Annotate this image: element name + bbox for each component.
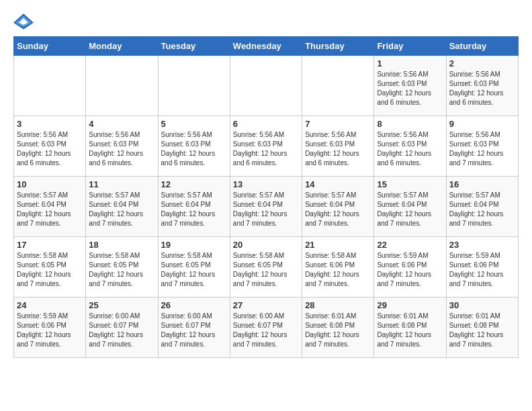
calendar-cell: 20Sunrise: 5:58 AM Sunset: 6:05 PM Dayli… bbox=[230, 237, 302, 298]
weekday-header-tuesday: Tuesday bbox=[158, 37, 230, 56]
day-info: Sunrise: 5:57 AM Sunset: 6:04 PM Dayligh… bbox=[17, 191, 83, 228]
day-number: 14 bbox=[305, 179, 371, 189]
day-info: Sunrise: 5:56 AM Sunset: 6:03 PM Dayligh… bbox=[377, 130, 443, 168]
day-number: 13 bbox=[233, 179, 299, 189]
day-info: Sunrise: 5:56 AM Sunset: 6:03 PM Dayligh… bbox=[449, 70, 515, 107]
day-info: Sunrise: 5:59 AM Sunset: 6:06 PM Dayligh… bbox=[377, 251, 443, 289]
calendar-cell bbox=[230, 56, 302, 116]
day-info: Sunrise: 5:57 AM Sunset: 6:04 PM Dayligh… bbox=[233, 191, 299, 228]
calendar-cell: 27Sunrise: 6:00 AM Sunset: 6:07 PM Dayli… bbox=[230, 298, 302, 358]
calendar-cell: 29Sunrise: 6:01 AM Sunset: 6:08 PM Dayli… bbox=[374, 298, 446, 358]
calendar-cell: 10Sunrise: 5:57 AM Sunset: 6:04 PM Dayli… bbox=[14, 177, 86, 237]
day-number: 4 bbox=[89, 119, 154, 129]
day-number: 19 bbox=[161, 240, 227, 250]
calendar-cell: 16Sunrise: 5:57 AM Sunset: 6:04 PM Dayli… bbox=[446, 177, 518, 237]
calendar-cell: 19Sunrise: 5:58 AM Sunset: 6:05 PM Dayli… bbox=[158, 237, 230, 298]
calendar-cell: 13Sunrise: 5:57 AM Sunset: 6:04 PM Dayli… bbox=[230, 177, 302, 237]
weekday-header-sunday: Sunday bbox=[14, 37, 86, 56]
day-number: 16 bbox=[449, 179, 515, 189]
day-info: Sunrise: 5:58 AM Sunset: 6:06 PM Dayligh… bbox=[305, 251, 371, 289]
day-info: Sunrise: 5:56 AM Sunset: 6:03 PM Dayligh… bbox=[17, 130, 83, 168]
day-number: 25 bbox=[89, 300, 154, 310]
calendar-cell: 7Sunrise: 5:56 AM Sunset: 6:03 PM Daylig… bbox=[302, 116, 374, 177]
weekday-header-friday: Friday bbox=[374, 37, 446, 56]
day-number: 15 bbox=[377, 179, 443, 189]
calendar-cell: 23Sunrise: 5:59 AM Sunset: 6:06 PM Dayli… bbox=[446, 237, 518, 298]
day-info: Sunrise: 5:59 AM Sunset: 6:06 PM Dayligh… bbox=[449, 251, 515, 289]
logo-icon bbox=[13, 13, 34, 30]
calendar-cell: 17Sunrise: 5:58 AM Sunset: 6:05 PM Dayli… bbox=[14, 237, 86, 298]
day-info: Sunrise: 5:56 AM Sunset: 6:03 PM Dayligh… bbox=[161, 130, 227, 168]
day-info: Sunrise: 5:57 AM Sunset: 6:04 PM Dayligh… bbox=[449, 191, 515, 228]
calendar-cell: 26Sunrise: 6:00 AM Sunset: 6:07 PM Dayli… bbox=[158, 298, 230, 358]
day-number: 21 bbox=[305, 240, 371, 250]
calendar-cell: 22Sunrise: 5:59 AM Sunset: 6:06 PM Dayli… bbox=[374, 237, 446, 298]
day-info: Sunrise: 6:00 AM Sunset: 6:07 PM Dayligh… bbox=[89, 312, 154, 349]
calendar-cell: 25Sunrise: 6:00 AM Sunset: 6:07 PM Dayli… bbox=[86, 298, 158, 358]
calendar-cell bbox=[86, 56, 158, 116]
day-info: Sunrise: 5:56 AM Sunset: 6:03 PM Dayligh… bbox=[305, 130, 371, 168]
day-number: 18 bbox=[89, 240, 154, 250]
weekday-header-monday: Monday bbox=[86, 37, 158, 56]
day-info: Sunrise: 5:57 AM Sunset: 6:04 PM Dayligh… bbox=[305, 191, 371, 228]
calendar-table: SundayMondayTuesdayWednesdayThursdayFrid… bbox=[13, 36, 519, 358]
day-info: Sunrise: 6:01 AM Sunset: 6:08 PM Dayligh… bbox=[305, 312, 371, 349]
day-info: Sunrise: 5:58 AM Sunset: 6:05 PM Dayligh… bbox=[17, 251, 83, 289]
calendar-cell bbox=[158, 56, 230, 116]
weekday-header-wednesday: Wednesday bbox=[230, 37, 302, 56]
page-header bbox=[13, 13, 519, 30]
day-number: 24 bbox=[17, 300, 83, 310]
day-number: 8 bbox=[377, 119, 443, 129]
day-info: Sunrise: 6:00 AM Sunset: 6:07 PM Dayligh… bbox=[161, 312, 227, 349]
calendar-cell: 14Sunrise: 5:57 AM Sunset: 6:04 PM Dayli… bbox=[302, 177, 374, 237]
day-number: 3 bbox=[17, 119, 83, 129]
day-info: Sunrise: 5:58 AM Sunset: 6:05 PM Dayligh… bbox=[89, 251, 154, 289]
calendar-week-row: 10Sunrise: 5:57 AM Sunset: 6:04 PM Dayli… bbox=[14, 177, 519, 237]
logo bbox=[13, 13, 36, 30]
calendar-cell: 24Sunrise: 5:59 AM Sunset: 6:06 PM Dayli… bbox=[14, 298, 86, 358]
day-number: 9 bbox=[449, 119, 515, 129]
day-number: 29 bbox=[377, 300, 443, 310]
day-info: Sunrise: 6:00 AM Sunset: 6:07 PM Dayligh… bbox=[233, 312, 299, 349]
calendar-cell bbox=[302, 56, 374, 116]
calendar-cell: 3Sunrise: 5:56 AM Sunset: 6:03 PM Daylig… bbox=[14, 116, 86, 177]
calendar-cell: 30Sunrise: 6:01 AM Sunset: 6:08 PM Dayli… bbox=[446, 298, 518, 358]
day-info: Sunrise: 5:56 AM Sunset: 6:03 PM Dayligh… bbox=[233, 130, 299, 168]
day-info: Sunrise: 5:56 AM Sunset: 6:03 PM Dayligh… bbox=[377, 70, 443, 107]
weekday-header-saturday: Saturday bbox=[446, 37, 518, 56]
calendar-cell: 4Sunrise: 5:56 AM Sunset: 6:03 PM Daylig… bbox=[86, 116, 158, 177]
day-number: 11 bbox=[89, 179, 154, 189]
day-info: Sunrise: 5:56 AM Sunset: 6:03 PM Dayligh… bbox=[89, 130, 154, 168]
day-number: 27 bbox=[233, 300, 299, 310]
day-number: 30 bbox=[449, 300, 515, 310]
calendar-cell: 12Sunrise: 5:57 AM Sunset: 6:04 PM Dayli… bbox=[158, 177, 230, 237]
day-number: 20 bbox=[233, 240, 299, 250]
day-info: Sunrise: 6:01 AM Sunset: 6:08 PM Dayligh… bbox=[449, 312, 515, 349]
day-number: 7 bbox=[305, 119, 371, 129]
day-number: 6 bbox=[233, 119, 299, 129]
calendar-cell: 6Sunrise: 5:56 AM Sunset: 6:03 PM Daylig… bbox=[230, 116, 302, 177]
day-number: 10 bbox=[17, 179, 83, 189]
calendar-week-row: 24Sunrise: 5:59 AM Sunset: 6:06 PM Dayli… bbox=[14, 298, 519, 358]
calendar-cell: 8Sunrise: 5:56 AM Sunset: 6:03 PM Daylig… bbox=[374, 116, 446, 177]
day-info: Sunrise: 5:58 AM Sunset: 6:05 PM Dayligh… bbox=[233, 251, 299, 289]
day-info: Sunrise: 5:57 AM Sunset: 6:04 PM Dayligh… bbox=[377, 191, 443, 228]
calendar-week-row: 1Sunrise: 5:56 AM Sunset: 6:03 PM Daylig… bbox=[14, 56, 519, 116]
calendar-cell: 2Sunrise: 5:56 AM Sunset: 6:03 PM Daylig… bbox=[446, 56, 518, 116]
calendar-cell: 9Sunrise: 5:56 AM Sunset: 6:03 PM Daylig… bbox=[446, 116, 518, 177]
day-number: 22 bbox=[377, 240, 443, 250]
calendar-cell: 28Sunrise: 6:01 AM Sunset: 6:08 PM Dayli… bbox=[302, 298, 374, 358]
day-number: 1 bbox=[377, 58, 443, 68]
calendar-cell: 5Sunrise: 5:56 AM Sunset: 6:03 PM Daylig… bbox=[158, 116, 230, 177]
calendar-cell: 11Sunrise: 5:57 AM Sunset: 6:04 PM Dayli… bbox=[86, 177, 158, 237]
calendar-week-row: 17Sunrise: 5:58 AM Sunset: 6:05 PM Dayli… bbox=[14, 237, 519, 298]
day-number: 17 bbox=[17, 240, 83, 250]
weekday-header-thursday: Thursday bbox=[302, 37, 374, 56]
weekday-header-row: SundayMondayTuesdayWednesdayThursdayFrid… bbox=[14, 37, 519, 56]
calendar-cell: 21Sunrise: 5:58 AM Sunset: 6:06 PM Dayli… bbox=[302, 237, 374, 298]
calendar-cell: 18Sunrise: 5:58 AM Sunset: 6:05 PM Dayli… bbox=[86, 237, 158, 298]
day-info: Sunrise: 5:59 AM Sunset: 6:06 PM Dayligh… bbox=[17, 312, 83, 349]
calendar-cell bbox=[14, 56, 86, 116]
day-number: 26 bbox=[161, 300, 227, 310]
calendar-week-row: 3Sunrise: 5:56 AM Sunset: 6:03 PM Daylig… bbox=[14, 116, 519, 177]
